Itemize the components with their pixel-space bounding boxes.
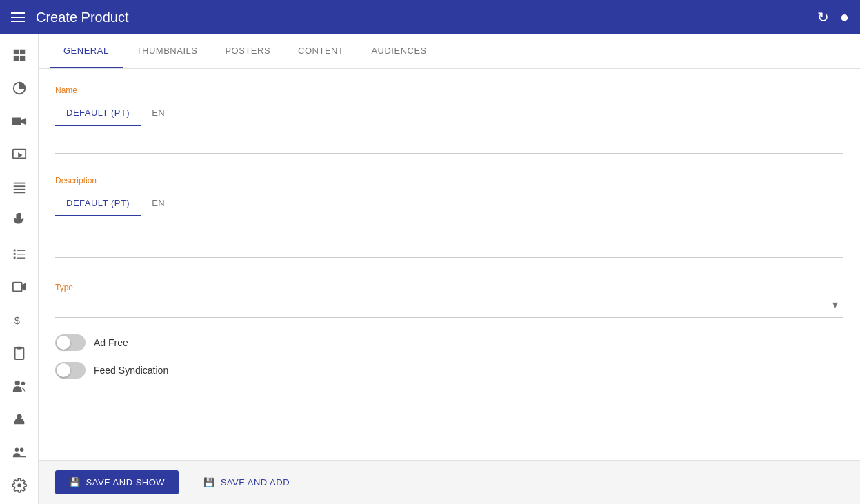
tab-bar: GENERAL THUMBNAILS POSTERS CONTENT AUDIE…: [39, 34, 860, 69]
sidebar-item-media[interactable]: [4, 272, 34, 302]
svg-rect-1: [19, 50, 24, 54]
svg-rect-10: [13, 185, 25, 187]
svg-rect-19: [12, 283, 21, 292]
svg-rect-23: [17, 347, 21, 350]
sidebar-item-billing[interactable]: $: [4, 305, 34, 335]
svg-rect-0: [13, 50, 18, 54]
sidebar-item-analytics[interactable]: [4, 73, 34, 103]
svg-rect-14: [17, 250, 25, 251]
feed-syndication-label: Feed Syndication: [94, 365, 168, 376]
sidebar-item-profile[interactable]: [4, 404, 34, 434]
ad-free-toggle[interactable]: [55, 334, 86, 351]
type-field: Type ▾: [55, 283, 843, 318]
description-lang-tab-en[interactable]: EN: [141, 191, 176, 216]
tab-audiences[interactable]: AUDIENCES: [357, 34, 440, 68]
content-area: GENERAL THUMBNAILS POSTERS CONTENT AUDIE…: [39, 34, 860, 504]
type-select[interactable]: [55, 295, 843, 318]
sidebar-item-list[interactable]: [4, 172, 34, 203]
description-field: Description DEFAULT (PT) EN: [55, 176, 843, 261]
svg-marker-6: [21, 118, 26, 125]
tab-content[interactable]: CONTENT: [284, 34, 357, 68]
save-and-show-label: SAVE AND SHOW: [86, 477, 166, 487]
svg-marker-8: [18, 152, 22, 157]
sidebar-item-settings[interactable]: [4, 470, 34, 501]
sidebar-item-users[interactable]: [4, 371, 34, 401]
sidebar-item-tv[interactable]: [4, 139, 34, 170]
sidebar-item-touch[interactable]: [4, 205, 34, 236]
feed-syndication-row: Feed Syndication: [55, 362, 843, 379]
save-icon-show: 💾: [69, 477, 81, 487]
sidebar: $: [0, 34, 39, 504]
refresh-icon[interactable]: ↻: [817, 9, 829, 26]
svg-rect-15: [13, 253, 15, 255]
svg-text:$: $: [14, 315, 19, 326]
type-label: Type: [55, 283, 843, 292]
form-container: Name DEFAULT (PT) EN Description DEFAULT…: [39, 69, 860, 504]
sidebar-item-dashboard[interactable]: [4, 40, 34, 70]
save-and-show-button[interactable]: 💾 SAVE AND SHOW: [55, 470, 179, 494]
svg-rect-5: [12, 118, 21, 125]
description-lang-tabs: DEFAULT (PT) EN: [55, 191, 843, 216]
sidebar-item-video[interactable]: [4, 106, 34, 137]
main-layout: $ GENERAL THUMBNAILS POSTERS CONTENT AUD…: [0, 34, 860, 504]
svg-rect-3: [19, 56, 24, 61]
description-lang-tab-default[interactable]: DEFAULT (PT): [55, 191, 141, 216]
account-icon[interactable]: ●: [840, 8, 849, 26]
svg-point-25: [21, 382, 25, 386]
save-and-add-label: SAVE AND ADD: [221, 477, 290, 487]
name-lang-tab-en[interactable]: EN: [141, 101, 176, 126]
hamburger-menu[interactable]: [11, 12, 25, 22]
name-field: Name DEFAULT (PT) EN: [55, 85, 843, 154]
description-label: Description: [55, 176, 843, 185]
sidebar-item-menu[interactable]: [4, 239, 34, 269]
save-and-add-button[interactable]: 💾 SAVE AND ADD: [190, 470, 303, 494]
svg-point-27: [14, 448, 18, 452]
tab-thumbnails[interactable]: THUMBNAILS: [123, 34, 212, 68]
page-title: Create Product: [36, 10, 806, 26]
sidebar-item-team[interactable]: [4, 437, 34, 467]
svg-rect-9: [13, 183, 25, 184]
name-input[interactable]: [55, 126, 843, 154]
name-label: Name: [55, 85, 843, 95]
svg-point-24: [14, 381, 19, 385]
bottom-bar: 💾 SAVE AND SHOW 💾 SAVE AND ADD: [39, 460, 860, 504]
svg-rect-18: [17, 258, 25, 259]
name-lang-tab-default[interactable]: DEFAULT (PT): [55, 101, 141, 126]
name-lang-tabs: DEFAULT (PT) EN: [55, 101, 843, 126]
svg-rect-2: [13, 56, 18, 61]
svg-rect-13: [13, 250, 15, 252]
description-input[interactable]: [55, 216, 843, 258]
feed-syndication-toggle[interactable]: [55, 362, 86, 379]
save-icon-add: 💾: [203, 477, 215, 487]
sidebar-item-clipboard[interactable]: [4, 338, 34, 368]
svg-rect-12: [13, 192, 25, 193]
svg-rect-22: [14, 348, 23, 360]
tab-posters[interactable]: POSTERS: [211, 34, 284, 68]
ad-free-row: Ad Free: [55, 334, 843, 351]
top-header: Create Product ↻ ●: [0, 0, 860, 34]
svg-rect-16: [17, 254, 25, 254]
svg-rect-17: [13, 257, 15, 259]
ad-free-label: Ad Free: [94, 337, 128, 348]
svg-point-28: [19, 448, 23, 452]
svg-rect-11: [13, 189, 25, 190]
tab-general[interactable]: GENERAL: [50, 34, 123, 68]
